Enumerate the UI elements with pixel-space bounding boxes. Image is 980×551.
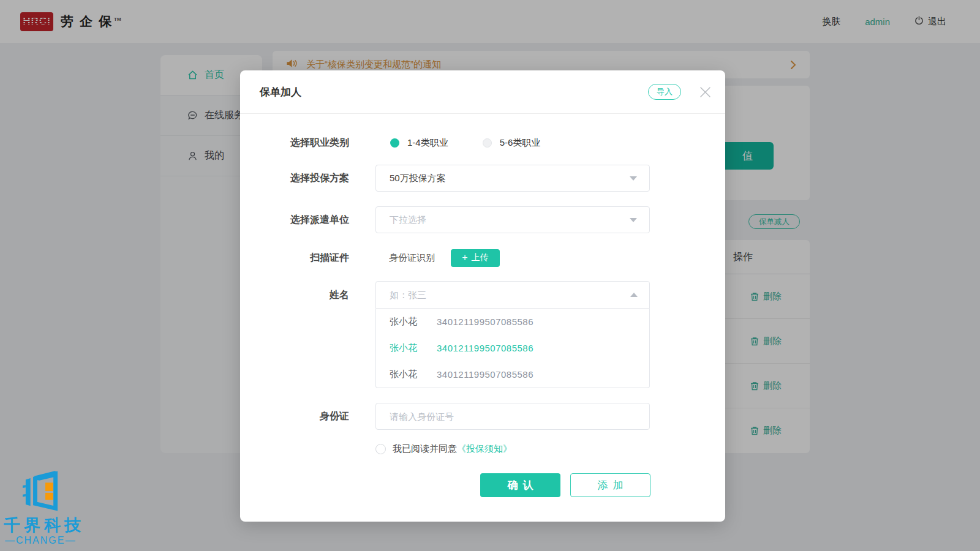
radio-option-label[interactable]: 1-4类职业 [407,137,448,149]
modal-body: 选择职业类别 1-4类职业 5-6类职业 选择投保方案 50万投保方案 选择派遣… [240,114,725,497]
dispatch-select-placeholder: 下拉选择 [390,214,426,226]
change-logo-icon [21,469,126,517]
chevron-up-icon [630,293,638,297]
occupation-category-label: 选择职业类别 [240,133,349,152]
name-suggestion-item[interactable]: 张小花 340121199507085586 [376,361,649,388]
dispatch-select-row: 选择派遣单位 下拉选择 [240,206,725,233]
name-label: 姓名 [240,281,349,309]
plan-select-label: 选择投保方案 [240,165,349,192]
scan-id-row: 扫描证件 身份证识别 + 上传 [240,249,725,267]
name-suggestion-item[interactable]: 张小花 340121199507085586 [376,309,649,335]
id-number-input[interactable] [375,403,650,430]
modal-actions: 确认 添加 [480,473,725,497]
add-button[interactable]: 添加 [570,473,650,497]
watermark-logo: 千界科技 —CHANGE— [4,469,126,546]
agree-text: 我已阅读并同意 [393,443,457,455]
agreement-row: 我已阅读并同意 《投保须知》 [240,443,725,455]
suggestion-id: 340121199507085586 [437,343,533,353]
name-row: 姓名 张小花 340121199507085586 张小花 3401211995… [240,281,725,388]
modal-title: 保单加人 [260,85,301,99]
upload-button[interactable]: + 上传 [451,249,500,267]
chevron-down-icon [630,218,637,222]
watermark-cn-text: 千界科技 [4,517,126,534]
agree-checkbox[interactable] [375,444,386,454]
chevron-down-icon [630,176,637,181]
insurance-notice-link[interactable]: 《投保须知》 [457,443,512,455]
radio-option-label[interactable]: 5-6类职业 [500,137,541,149]
watermark-en-text: —CHANGE— [5,535,126,546]
plus-icon: + [462,253,467,263]
radio-unselected[interactable] [483,138,492,148]
close-icon[interactable] [699,86,711,98]
suggestion-name: 张小花 [390,369,437,380]
occupation-category-row: 选择职业类别 1-4类职业 5-6类职业 [240,133,725,152]
dispatch-select-label: 选择派遣单位 [240,206,349,233]
suggestion-id: 340121199507085586 [437,317,533,327]
radio-selected[interactable] [390,138,399,148]
upload-button-label: 上传 [472,252,489,263]
add-person-modal: 保单加人 导入 选择职业类别 1-4类职业 5-6类职业 选择投保方案 [240,70,725,522]
name-suggestion-item-highlighted[interactable]: 张小花 340121199507085586 [376,335,649,361]
id-number-label: 身份证 [240,403,349,430]
scan-id-label: 扫描证件 [240,249,349,267]
import-button[interactable]: 导入 [648,84,681,100]
suggestion-id: 340121199507085586 [437,369,533,380]
id-number-row: 身份证 [240,403,725,430]
plan-select-value: 50万投保方案 [390,173,446,184]
modal-header: 保单加人 导入 [240,70,725,114]
scan-id-text: 身份证识别 [389,252,435,264]
name-input[interactable] [375,281,650,309]
plan-select[interactable]: 50万投保方案 [375,165,650,192]
name-suggestion-list: 张小花 340121199507085586 张小花 3401211995070… [375,309,650,388]
plan-select-row: 选择投保方案 50万投保方案 [240,165,725,192]
suggestion-name: 张小花 [390,342,437,354]
confirm-button[interactable]: 确认 [480,473,560,497]
suggestion-name: 张小花 [390,316,437,328]
dispatch-select[interactable]: 下拉选择 [375,206,650,233]
